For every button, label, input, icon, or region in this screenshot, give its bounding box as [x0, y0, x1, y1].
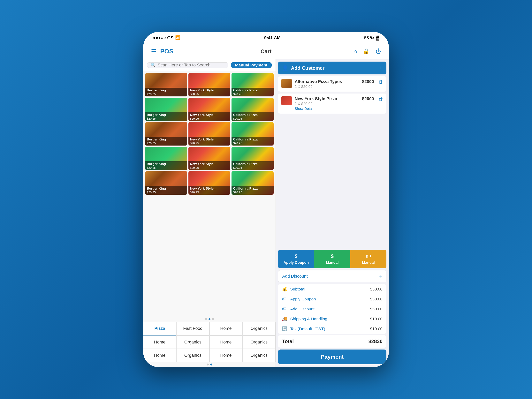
product-card[interactable]: New York Style.. $20.25: [189, 122, 231, 146]
wifi-icon: 📶: [175, 35, 180, 40]
power-icon[interactable]: ⏻: [375, 48, 381, 55]
product-name: Burger King: [147, 138, 186, 141]
product-name: New York Style..: [190, 162, 229, 166]
product-price: $20.25: [233, 117, 272, 120]
cart-item-delete[interactable]: 🗑: [379, 79, 383, 85]
product-name: Burger King: [147, 187, 186, 190]
disc-btn-icon: $: [331, 253, 334, 259]
product-card[interactable]: New York Style.. $20.25: [189, 73, 231, 96]
product-card[interactable]: California Pizza $20.25: [232, 147, 274, 170]
category-cell[interactable]: Organics: [176, 349, 209, 362]
manual-payment-button[interactable]: Manual Payment: [231, 62, 272, 68]
disc-btn-label: Manual: [326, 260, 338, 265]
product-card[interactable]: Burger King $20.25: [145, 171, 187, 195]
category-cell[interactable]: Fast Food: [176, 322, 209, 336]
category-cell[interactable]: Home: [209, 322, 243, 336]
search-bar: 🔍 Manual Payment: [143, 59, 276, 71]
product-card[interactable]: New York Style.. $20.25: [189, 171, 231, 195]
order-summary: 💰 Subtotal $50.00 🏷 Apply Coupon $50.00 …: [278, 284, 386, 334]
product-card[interactable]: Burger King $20.25: [145, 122, 187, 146]
product-name: New York Style..: [190, 89, 229, 92]
summary-row: 💰 Subtotal $50.00: [278, 284, 386, 294]
home-icon[interactable]: ⌂: [354, 48, 357, 55]
cart-item-qty: 2 X $20.00: [295, 85, 359, 89]
product-price: $20.25: [233, 92, 272, 96]
status-right: 58 % ▓: [364, 35, 379, 40]
page-dot-3[interactable]: [212, 318, 214, 320]
status-bar: ●●●○○ GS 📶 9:41 AM 58 % ▓: [143, 32, 389, 44]
total-label: Total: [282, 338, 294, 344]
category-cell[interactable]: Pizza: [143, 322, 176, 336]
hamburger-menu[interactable]: ☰: [151, 48, 156, 55]
category-cell[interactable]: Home: [209, 336, 243, 349]
disc-btn-icon: 🏷: [366, 253, 371, 259]
product-label: New York Style.. $20.25: [189, 186, 231, 195]
category-cell[interactable]: Organics: [242, 322, 276, 336]
product-price: $20.25: [190, 190, 229, 194]
add-discount-label: Add Discount: [282, 274, 308, 279]
cart-item-image: [281, 79, 292, 88]
status-time: 9:41 AM: [264, 35, 281, 40]
category-cell[interactable]: Organics: [242, 336, 276, 349]
product-card[interactable]: California Pizza $20.25: [232, 98, 274, 121]
product-card[interactable]: New York Style.. $20.25: [189, 147, 231, 170]
product-card[interactable]: Burger King $20.25: [145, 147, 187, 170]
cart-item-delete[interactable]: 🗑: [379, 96, 383, 102]
cart-item: New York Style Pizza 2 X $20.00 Show Det…: [278, 94, 386, 114]
total-row: Total $2830: [278, 335, 386, 348]
add-customer-bar[interactable]: 👤 Add Customer +: [278, 62, 386, 74]
product-card[interactable]: New York Style.. $20.25: [189, 98, 231, 121]
left-panel: 🔍 Manual Payment Burger King $20.25 New …: [143, 59, 276, 367]
cart-item-qty: 2 X $20.00: [295, 102, 359, 106]
summary-row: 🏷 Add Discount $50.00: [278, 304, 386, 314]
device-screen: ●●●○○ GS 📶 9:41 AM 58 % ▓ ☰ POS Cart ⌂ 🔒…: [143, 32, 389, 367]
cart-item-price: $2000: [362, 79, 374, 84]
battery-label: 58 %: [364, 35, 374, 40]
product-label: Burger King $20.25: [145, 186, 187, 195]
category-cell[interactable]: Home: [143, 349, 176, 362]
add-discount-bar[interactable]: Add Discount +: [278, 270, 386, 282]
summary-row: 🔄 Tax (Default -CWT) $10.00: [278, 324, 386, 334]
product-label: New York Style.. $20.25: [189, 88, 231, 96]
category-cell[interactable]: Home: [143, 336, 176, 349]
cat-dot-2[interactable]: [210, 364, 212, 366]
show-detail-link[interactable]: Show Detail: [295, 107, 359, 111]
search-input-wrap[interactable]: 🔍: [147, 62, 228, 68]
product-card[interactable]: Burger King $20.25: [145, 98, 187, 121]
product-name: California Pizza: [233, 113, 272, 117]
discount-button-0[interactable]: $Apply Coupon: [278, 250, 314, 268]
cart-item: Alternative Pizza Types 2 X $20.00 $2000…: [278, 76, 386, 92]
status-left: ●●●○○ GS 📶: [153, 35, 180, 40]
summary-icon: 🏷: [282, 297, 287, 302]
discount-button-1[interactable]: $Manual: [314, 250, 350, 268]
lock-icon[interactable]: 🔒: [363, 48, 370, 55]
product-price: $20.25: [147, 166, 186, 169]
product-name: California Pizza: [233, 162, 272, 166]
product-card[interactable]: Burger King $20.25: [145, 73, 187, 96]
product-card[interactable]: California Pizza $20.25: [232, 171, 274, 195]
cart-item-name: Alternative Pizza Types: [295, 79, 359, 84]
product-label: California Pizza $20.25: [232, 137, 274, 146]
product-card[interactable]: California Pizza $20.25: [232, 73, 274, 96]
page-dot-2[interactable]: [209, 318, 210, 320]
page-dot-1[interactable]: [205, 318, 207, 320]
device-frame: ●●●○○ GS 📶 9:41 AM 58 % ▓ ☰ POS Cart ⌂ 🔒…: [143, 32, 389, 367]
pos-title: POS: [160, 48, 173, 55]
product-price: $20.25: [190, 166, 229, 169]
summary-value: $50.00: [370, 307, 383, 311]
product-name: California Pizza: [233, 187, 272, 190]
search-input[interactable]: [158, 63, 225, 68]
summary-value: $50.00: [370, 297, 383, 301]
product-price: $20.25: [147, 141, 186, 145]
category-cell[interactable]: Organics: [242, 349, 276, 362]
cat-dot-1[interactable]: [207, 364, 209, 366]
cart-item-info: New York Style Pizza 2 X $20.00 Show Det…: [295, 96, 359, 111]
product-card[interactable]: California Pizza $20.25: [232, 122, 274, 146]
discount-button-2[interactable]: 🏷Manual: [350, 250, 386, 268]
product-name: New York Style..: [190, 113, 229, 117]
category-cell[interactable]: Home: [209, 349, 243, 362]
product-price: $20.25: [233, 141, 272, 145]
cart-item-image: [281, 96, 292, 105]
category-cell[interactable]: Organics: [176, 336, 209, 349]
payment-button[interactable]: Payment: [278, 349, 386, 364]
